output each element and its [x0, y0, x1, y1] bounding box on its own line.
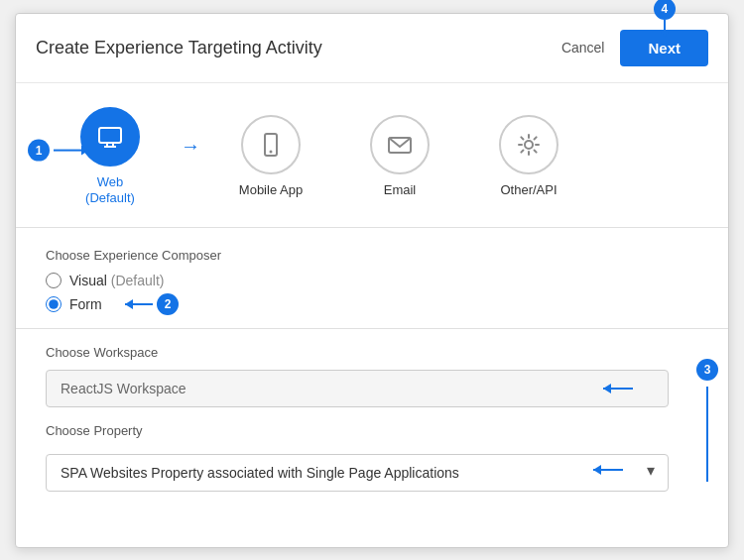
- web-icon-circle: [80, 107, 140, 167]
- annotation-2: 2: [125, 293, 179, 315]
- annotation-3-container: 3: [696, 359, 718, 482]
- channel-label-mobile: Mobile App: [239, 182, 303, 199]
- annotation-4-bubble: 4: [654, 0, 676, 20]
- channel-item-mobile[interactable]: Mobile App: [206, 115, 335, 199]
- annotation-2-bubble: 2: [157, 293, 179, 315]
- annotation-1-arrow: [81, 146, 89, 156]
- svg-point-7: [525, 141, 533, 149]
- visual-radio[interactable]: [46, 273, 62, 288]
- email-icon: [386, 131, 414, 159]
- workspace-arrow: [603, 388, 633, 390]
- cancel-button[interactable]: Cancel: [561, 40, 605, 56]
- channel-label-other: Other/API: [500, 182, 557, 199]
- modal-header: Create Experience Targeting Activity Can…: [16, 14, 728, 83]
- workspace-input: ReactJS Workspace: [46, 370, 669, 407]
- channel-label-email: Email: [384, 182, 417, 199]
- annotation-4-arrowhead: [660, 30, 670, 38]
- annotation-2-arrowhead: [125, 299, 133, 309]
- channel-label-web: Web(Default): [85, 174, 135, 208]
- workspace-label: Choose Workspace: [46, 345, 669, 360]
- mobile-icon-circle: [241, 115, 301, 174]
- property-select[interactable]: SPA Websites Property associated with Si…: [46, 454, 669, 492]
- svg-point-5: [270, 150, 273, 153]
- composer-visual-option[interactable]: Visual (Default): [46, 273, 698, 288]
- mobile-icon: [257, 131, 285, 159]
- channels-section: 1 Web(Default) →: [16, 83, 728, 229]
- form-radio[interactable]: [46, 296, 62, 312]
- annotation-3-bubble: 3: [696, 359, 718, 381]
- annotation-2-line: [125, 303, 153, 305]
- annotation-4-line: [664, 20, 666, 30]
- visual-label: Visual (Default): [69, 273, 164, 288]
- form-label: Form: [69, 296, 102, 312]
- annotation-1-line: [54, 150, 81, 152]
- other-icon-circle: [499, 115, 558, 174]
- workspace-property-container: 3 Choose Workspace ReactJS Workspace Cho…: [16, 329, 728, 511]
- property-label: Choose Property: [46, 423, 669, 438]
- svg-rect-0: [99, 128, 121, 143]
- monitor-icon: [96, 123, 124, 151]
- annotation-1-bubble: 1: [28, 140, 50, 162]
- property-arrow-line: [593, 469, 623, 471]
- step-arrow-1: →: [181, 135, 200, 179]
- annotation-3-line: [706, 387, 708, 482]
- workspace-section: Choose Workspace ReactJS Workspace: [16, 329, 698, 407]
- composer-section-label: Choose Experience Composer: [46, 248, 698, 263]
- workspace-input-wrapper: ReactJS Workspace: [46, 370, 669, 407]
- gear-icon: [515, 131, 543, 159]
- visual-sublabel: (Default): [111, 273, 165, 288]
- annotation-1: 1: [28, 140, 89, 162]
- composer-radio-group: Visual (Default) Form 2: [46, 273, 698, 312]
- modal-container: Create Experience Targeting Activity Can…: [15, 13, 729, 548]
- workspace-value: ReactJS Workspace: [61, 381, 186, 396]
- workspace-arrow-head: [603, 384, 611, 393]
- property-select-wrapper: SPA Websites Property associated with Si…: [46, 448, 669, 492]
- composer-section: Choose Experience Composer Visual (Defau…: [16, 228, 728, 329]
- header-actions: Cancel Next 4: [561, 30, 708, 66]
- property-arrow: [593, 469, 623, 471]
- channel-item-email[interactable]: Email: [335, 115, 464, 199]
- property-section: Choose Property SPA Websites Property as…: [16, 407, 698, 511]
- workspace-arrow-line: [603, 388, 633, 390]
- channel-item-other[interactable]: Other/API: [464, 115, 593, 199]
- modal-title: Create Experience Targeting Activity: [36, 38, 322, 58]
- composer-form-option[interactable]: Form 2: [46, 296, 698, 312]
- email-icon-circle: [370, 115, 430, 174]
- property-arrow-head: [593, 465, 601, 475]
